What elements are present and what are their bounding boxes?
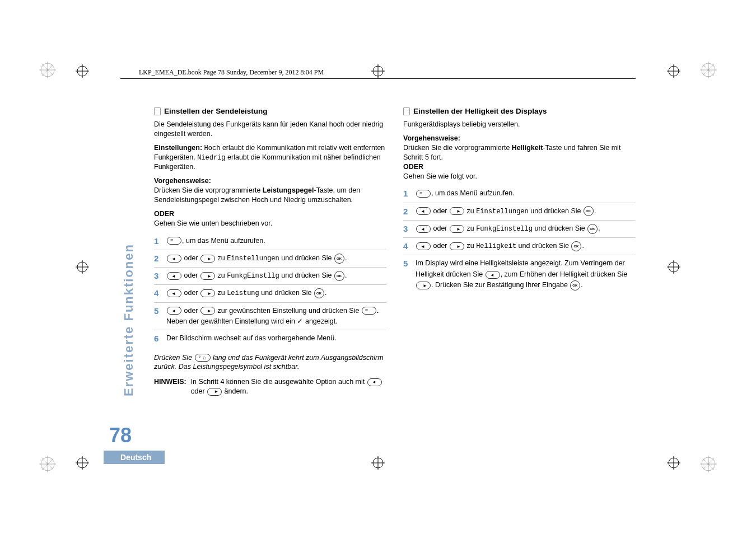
header-line: [120, 78, 636, 79]
step-number: 5: [403, 258, 411, 269]
right-button-icon: [450, 225, 464, 233]
step-text: , um das Menü aufzurufen.: [416, 188, 636, 199]
ok-button-icon: [334, 254, 344, 264]
left-button-icon: [416, 242, 431, 250]
step-text: , um das Menü aufzurufen.: [166, 236, 386, 246]
left-button-icon: [416, 225, 431, 233]
procedure-label: Vorgehensweise:: [154, 176, 386, 186]
step-number: 5: [154, 306, 162, 317]
option-niedrig: Niedrig: [197, 154, 225, 162]
step-list: 1 , um das Menü aufzurufen. 2 oder zu Ei…: [154, 233, 386, 348]
step-text: oder zu Helligkeit und drücken Sie .: [416, 241, 636, 252]
right-button-icon: [200, 307, 215, 315]
right-button-icon: [416, 282, 431, 289]
step-text: oder zu Einstellungen und drücken Sie .: [166, 253, 386, 264]
step-text: oder zu FunkgEinstellg und drücken Sie .: [416, 223, 636, 235]
right-button-icon: [200, 272, 215, 280]
section-heading-helligkeit: Einstellen der Helligkeit des Displays: [403, 106, 636, 116]
heading-text: Einstellen der Sendeleistung: [164, 106, 268, 116]
left-button-icon: [167, 307, 181, 315]
home-button-icon: [195, 354, 211, 362]
page-content: Erweiterte Funktionen Einstellen der Sen…: [120, 106, 636, 396]
sidebar: Erweiterte Funktionen: [120, 106, 137, 396]
header-book-info: LKP_EMEA_DE.book Page 78 Sunday, Decembe…: [139, 68, 324, 77]
note-label: HINWEIS:: [154, 377, 186, 396]
crop-mark: [76, 64, 89, 78]
crop-mark: [667, 456, 680, 470]
italic-note: Drücken Sie lang und das Funkgerät kehrt…: [154, 353, 386, 372]
crop-mark: [667, 260, 680, 274]
step-number: 6: [154, 333, 162, 344]
option-hoch: Hoch: [204, 144, 221, 152]
step-text: oder zur gewünschten Einstellung und drü…: [166, 306, 386, 327]
ok-button-icon: [571, 241, 581, 251]
step-text: Im Display wird eine Helligkeitsleiste a…: [416, 258, 636, 291]
step-text: oder zu Leistung und drücken Sie .: [166, 288, 386, 299]
step-text: oder zu Einstellungen und drücken Sie .: [416, 206, 636, 217]
paragraph: Drücken Sie die vorprogrammierte Helligk…: [403, 143, 636, 162]
right-column: Einstellen der Helligkeit des Displays F…: [403, 106, 636, 396]
text: Drücken Sie die vorprogrammierte: [403, 144, 512, 152]
ok-button-icon: [334, 271, 344, 281]
step-number: 2: [403, 206, 411, 217]
button-name: Helligkeit: [512, 144, 543, 152]
page-number: 78: [109, 424, 132, 447]
decoration-crosshair: [700, 456, 717, 472]
decoration-crosshair: [39, 62, 56, 78]
left-column: Einstellen der Sendeleistung Die Sendele…: [154, 106, 386, 396]
step-2: 2 oder zu Einstellungen und drücken Sie …: [154, 250, 386, 268]
step-6: 6 Der Bildschirm wechselt auf das vorher…: [154, 330, 386, 347]
oder-label: ODER: [154, 209, 386, 219]
step-number: 1: [403, 188, 411, 199]
right-button-icon: [450, 242, 464, 250]
left-button-icon: [167, 272, 181, 280]
page-icon: [154, 107, 161, 115]
right-button-icon: [200, 255, 215, 263]
page-icon: [403, 107, 410, 115]
paragraph: Drücken Sie die vorprogrammierte Leistun…: [154, 186, 386, 205]
ok-button-icon: [587, 224, 598, 234]
ok-button-icon: [314, 288, 324, 298]
right-button-icon: [207, 388, 222, 396]
crop-mark: [76, 456, 89, 470]
hinweis-note: HINWEIS: In Schritt 4 können Sie die aus…: [154, 377, 386, 396]
menu-button-icon: [416, 190, 431, 198]
ok-button-icon: [584, 206, 594, 216]
note-text: In Schritt 4 können Sie die ausgewählte …: [191, 377, 386, 396]
paragraph: Gehen Sie wie unten beschrieben vor.: [154, 219, 386, 228]
sidebar-category: Erweiterte Funktionen: [122, 243, 136, 396]
left-button-icon: [486, 271, 500, 279]
step-number: 1: [154, 236, 162, 247]
step-number: 4: [403, 241, 411, 252]
menu-button-icon: [167, 237, 181, 245]
left-button-icon: [167, 255, 181, 263]
right-button-icon: [200, 289, 215, 297]
step-1: 1 , um das Menü aufzurufen.: [403, 185, 636, 203]
step-number: 3: [403, 223, 411, 235]
left-button-icon: [367, 378, 382, 386]
button-name: Leistungspegel: [263, 186, 314, 194]
step-number: 3: [154, 270, 162, 282]
oder-label: ODER: [403, 162, 636, 172]
step-text: oder zu FunkgEinstllg und drücken Sie .: [166, 270, 386, 282]
step-2: 2 oder zu Einstellungen und drücken Sie …: [403, 203, 636, 221]
procedure-label: Vorgehensweise:: [403, 134, 636, 143]
paragraph-settings: Einstellungen: Hoch erlaubt die Kommunik…: [154, 143, 386, 172]
ok-button-icon: [570, 280, 580, 291]
menu-button-icon: [362, 307, 376, 315]
step-4: 4 oder zu Leistung und drücken Sie .: [154, 285, 386, 302]
step-4: 4 oder zu Helligkeit und drücken Sie .: [403, 238, 636, 255]
paragraph: Die Sendeleistung des Funkgeräts kann fü…: [154, 120, 386, 139]
label: Einstellungen:: [154, 144, 202, 152]
text: Drücken Sie die vorprogrammierte: [154, 186, 263, 194]
left-button-icon: [167, 289, 181, 297]
step-text: Der Bildschirm wechselt auf das vorherge…: [166, 333, 386, 344]
paragraph: Gehen Sie wie folgt vor.: [403, 172, 636, 181]
crop-mark: [371, 64, 385, 78]
step-1: 1 , um das Menü aufzurufen.: [154, 233, 386, 250]
step-number: 4: [154, 288, 162, 299]
step-3: 3 oder zu FunkgEinstellg und drücken Sie…: [403, 221, 636, 238]
paragraph: Funkgerätdisplays beliebig verstellen.: [403, 120, 636, 129]
section-heading-sendeleistung: Einstellen der Sendeleistung: [154, 106, 386, 116]
language-label: Deutsch: [104, 451, 165, 464]
